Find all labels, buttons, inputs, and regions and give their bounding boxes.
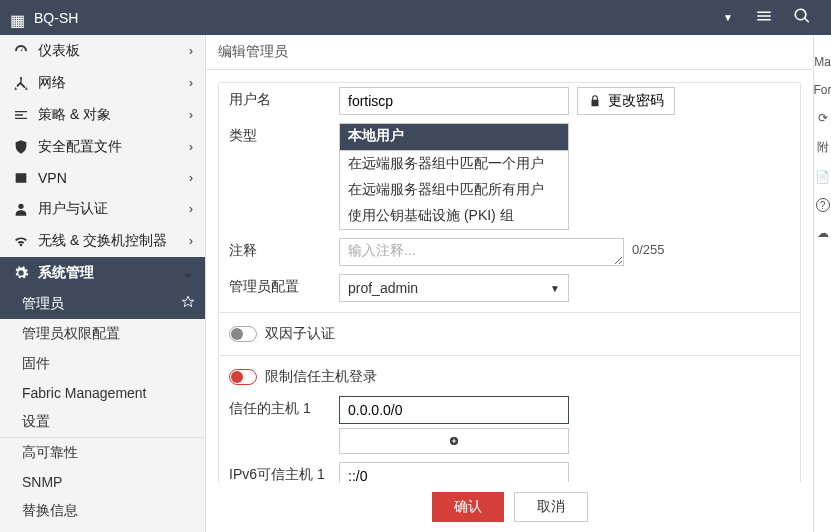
main-content: 编辑管理员 用户名 更改密码 类型 [206, 35, 813, 532]
cloud-icon[interactable]: ☁ [817, 226, 829, 240]
divider [219, 355, 800, 356]
right-text: Ma [814, 55, 831, 69]
trusted-host-input[interactable] [339, 396, 569, 424]
chevron-right-icon: › [189, 234, 193, 248]
type-option[interactable]: 在远端服务器组中匹配所有用户 [340, 177, 568, 203]
sidebar-label: 策略 & 对象 [38, 106, 111, 124]
ipv6-host-input[interactable] [339, 462, 569, 482]
sidebar-label: 用户与认证 [38, 200, 108, 218]
user-icon [12, 201, 30, 217]
right-text: For [814, 83, 832, 97]
sidebar-label: VPN [38, 170, 67, 186]
footer-actions: 确认 取消 [206, 482, 813, 532]
sidebar-sub-settings[interactable]: 设置 [0, 407, 205, 437]
menu-icon[interactable] [745, 7, 783, 28]
chevron-right-icon: › [189, 44, 193, 58]
vpn-icon [12, 170, 30, 186]
network-icon [12, 75, 30, 91]
dashboard-icon [12, 43, 30, 59]
sidebar-label: 安全配置文件 [38, 138, 122, 156]
ok-button[interactable]: 确认 [432, 492, 504, 522]
chevron-right-icon: › [189, 76, 193, 90]
plus-icon [447, 434, 461, 448]
lock-icon [588, 94, 602, 108]
sub-label: 管理员 [22, 295, 64, 311]
policy-icon [12, 107, 30, 123]
comment-input[interactable] [339, 238, 624, 266]
right-panel-collapsed: Ma For ⟳ 附 📄 ? ☁ [813, 35, 831, 532]
top-bar: BQ-SH ▼ [0, 0, 831, 35]
sidebar-sub-admin[interactable]: 管理员 [0, 289, 205, 319]
sidebar-item-user[interactable]: 用户与认证 › [0, 193, 205, 225]
brand-dropdown-caret[interactable]: ▼ [723, 12, 733, 23]
brand-text: BQ-SH [34, 10, 78, 26]
star-icon[interactable] [181, 295, 195, 312]
type-option[interactable]: 使用公钥基础设施 (PKI) 组 [340, 203, 568, 229]
comment-counter: 0/255 [632, 238, 665, 257]
divider [219, 312, 800, 313]
username-label: 用户名 [229, 87, 339, 109]
restrict-hosts-toggle[interactable] [229, 369, 257, 385]
sidebar-item-security[interactable]: 安全配置文件 › [0, 131, 205, 163]
sidebar-item-network[interactable]: 网络 › [0, 67, 205, 99]
page-title: 编辑管理员 [206, 35, 813, 70]
sidebar-item-policy[interactable]: 策略 & 对象 › [0, 99, 205, 131]
trusted-host-label: 信任的主机 1 [229, 396, 339, 418]
sidebar-sub-snmp[interactable]: SNMP [0, 468, 205, 496]
profile-select[interactable]: prof_admin ▼ [339, 274, 569, 302]
sidebar: 仪表板 › 网络 › 策略 & 对象 › 安全配置文件 › VPN › 用户与认… [0, 35, 206, 532]
restrict-hosts-label: 限制信任主机登录 [265, 368, 377, 386]
sidebar-sub-replace[interactable]: 替换信息 [0, 496, 205, 526]
twofa-label: 双因子认证 [265, 325, 335, 343]
sidebar-sub-firmware[interactable]: 固件 [0, 349, 205, 379]
profile-value: prof_admin [348, 280, 418, 296]
add-trusted-host-button[interactable] [339, 428, 569, 454]
gear-icon [12, 265, 30, 281]
sidebar-label: 无线 & 交换机控制器 [38, 232, 167, 250]
sidebar-label: 仪表板 [38, 42, 80, 60]
type-selected[interactable]: 本地用户 [339, 123, 569, 151]
help-icon[interactable]: ? [816, 198, 830, 212]
twofa-toggle[interactable] [229, 326, 257, 342]
change-password-button[interactable]: 更改密码 [577, 87, 675, 115]
type-label: 类型 [229, 123, 339, 145]
sidebar-item-dashboard[interactable]: 仪表板 › [0, 35, 205, 67]
sidebar-label: 系统管理 [38, 264, 94, 282]
cancel-button[interactable]: 取消 [514, 492, 588, 522]
brand-icon [10, 11, 28, 25]
sidebar-sub-admin-profile[interactable]: 管理员权限配置 [0, 319, 205, 349]
brand: BQ-SH [10, 10, 78, 26]
sidebar-item-system[interactable]: 系统管理 ⌄ [0, 257, 205, 289]
comment-label: 注释 [229, 238, 339, 260]
search-icon[interactable] [783, 7, 821, 28]
type-options: 在远端服务器组中匹配一个用户 在远端服务器组中匹配所有用户 使用公钥基础设施 (… [339, 151, 569, 230]
sidebar-sub-fabric[interactable]: Fabric Management [0, 379, 205, 407]
refresh-icon[interactable]: ⟳ [818, 111, 828, 125]
shield-icon [12, 139, 30, 155]
wifi-icon [12, 233, 30, 249]
username-input[interactable] [339, 87, 569, 115]
chevron-down-icon: ⌄ [183, 266, 193, 280]
chevron-right-icon: › [189, 108, 193, 122]
sidebar-sub-ha[interactable]: 高可靠性 [0, 437, 205, 468]
ipv6-host-label: IPv6可信主机 1 [229, 462, 339, 482]
sidebar-label: 网络 [38, 74, 66, 92]
form-panel: 用户名 更改密码 类型 本地用户 [218, 82, 801, 482]
sidebar-item-wireless[interactable]: 无线 & 交换机控制器 › [0, 225, 205, 257]
profile-label: 管理员配置 [229, 274, 339, 296]
doc-icon[interactable]: 📄 [815, 170, 830, 184]
chevron-right-icon: › [189, 140, 193, 154]
type-option[interactable]: 在远端服务器组中匹配一个用户 [340, 151, 568, 177]
chevron-right-icon: › [189, 202, 193, 216]
sidebar-sub-fortiguard[interactable]: FortiGuard [0, 526, 205, 532]
type-dropdown[interactable]: 本地用户 在远端服务器组中匹配一个用户 在远端服务器组中匹配所有用户 使用公钥基… [339, 123, 569, 230]
sidebar-item-vpn[interactable]: VPN › [0, 163, 205, 193]
chevron-right-icon: › [189, 171, 193, 185]
right-text: 附 [817, 139, 829, 156]
caret-down-icon: ▼ [550, 283, 560, 294]
